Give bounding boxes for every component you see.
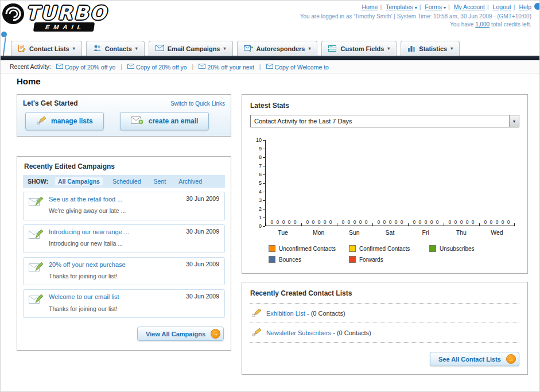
campaign-row: See us at the retail food ... We're givi… bbox=[23, 192, 225, 220]
legend-swatch bbox=[429, 245, 436, 252]
contact-activity-chart: 012345678910 0 0 0 0 00 0 0 0 00 0 0 0 0… bbox=[250, 140, 519, 226]
tab-contact-lists[interactable]: Contact Lists▾ bbox=[11, 41, 82, 56]
legend-item: Unconfirmed Contacts bbox=[269, 245, 349, 252]
nav-link-help[interactable]: Help bbox=[519, 3, 531, 10]
login-info: You are logged in as 'Timothy Smith' | S… bbox=[300, 13, 531, 20]
tab-autoresponders[interactable]: Autoresponders▾ bbox=[237, 41, 318, 56]
bar-value-labels: 0 0 0 0 0 bbox=[372, 219, 408, 225]
contact-list-count: - (0 Contacts) bbox=[307, 310, 345, 317]
stats-title: Latest Stats bbox=[250, 102, 519, 110]
contact-list-link[interactable]: Newsletter Subscribers bbox=[266, 329, 331, 336]
campaign-row: Introducing our new range ... Introducin… bbox=[23, 224, 225, 253]
chevron-down-icon: ▾ bbox=[387, 46, 390, 51]
legend-label: Unsubscribes bbox=[440, 246, 475, 252]
create-email-button[interactable]: create an email bbox=[120, 112, 209, 130]
recent-activity-item[interactable]: 20% off your next bbox=[207, 64, 254, 71]
y-axis-tick: 10 bbox=[256, 137, 265, 143]
campaign-subtitle: We're giving away our late ... bbox=[49, 207, 126, 214]
campaign-edit-icon bbox=[29, 229, 44, 243]
bar-group: 0 0 0 0 0 bbox=[479, 140, 515, 226]
x-axis-label: Sun bbox=[336, 229, 372, 236]
x-axis-label: Tue bbox=[265, 229, 301, 236]
chevron-down-icon: ▾ bbox=[223, 46, 226, 51]
legend-item: Unsubscribes bbox=[429, 245, 510, 252]
top-nav: Home| Templates ▾| Forms ▾| My Account| … bbox=[300, 3, 531, 10]
recent-activity-bar: Recent Activity: Copy of 20% off yo | Co… bbox=[1, 60, 539, 73]
nav-link-templates[interactable]: Templates bbox=[386, 3, 413, 10]
tab-statistics[interactable]: Statistics▾ bbox=[401, 41, 460, 56]
recent-activity-item[interactable]: Copy of 20% off yo bbox=[65, 64, 116, 71]
main-content: Home Let's Get Started Switch to Quick L… bbox=[17, 76, 528, 375]
chevron-down-icon: ▾ bbox=[450, 46, 453, 51]
legend-label: Bounces bbox=[279, 257, 301, 263]
campaign-subtitle: Thanks for joining our list! bbox=[49, 273, 118, 280]
chevron-down-icon: ▼ bbox=[509, 115, 519, 127]
legend-label: Forwards bbox=[359, 257, 383, 263]
nav-link-home[interactable]: Home bbox=[362, 3, 378, 10]
legend-item: Forwards bbox=[349, 256, 429, 263]
credits-value: 1,000 bbox=[475, 21, 490, 28]
y-axis-tick: 4 bbox=[259, 189, 265, 195]
bar-value-labels: 0 0 0 0 0 bbox=[266, 219, 301, 225]
chevron-down-icon: ▾ bbox=[73, 46, 75, 51]
campaign-edit-icon bbox=[29, 262, 44, 275]
y-axis-tick: 2 bbox=[259, 206, 265, 212]
bar-group: 0 0 0 0 0 bbox=[444, 140, 479, 226]
y-axis-tick: 9 bbox=[259, 146, 265, 152]
legend-swatch bbox=[349, 245, 356, 252]
view-all-campaigns-button[interactable]: View All Campaigns → bbox=[137, 327, 224, 341]
chevron-down-icon: ▾ bbox=[415, 5, 417, 10]
recent-activity-item[interactable]: Copy of Welcome to bbox=[275, 64, 329, 71]
nav-link-my-account[interactable]: My Account bbox=[454, 3, 485, 10]
bar-group: 0 0 0 0 0 bbox=[337, 140, 372, 226]
manage-lists-button[interactable]: manage lists bbox=[25, 112, 104, 130]
legend-swatch bbox=[349, 256, 356, 263]
envelope-plus-icon bbox=[131, 115, 144, 127]
bar-value-labels: 0 0 0 0 0 bbox=[337, 219, 372, 225]
contact-lists-title: Recently Created Contact Lists bbox=[250, 289, 519, 297]
tab-email-campaigns[interactable]: Email Campaigns▾ bbox=[149, 41, 233, 56]
email-campaigns-icon bbox=[156, 45, 164, 52]
campaign-link[interactable]: Welcome to our email list bbox=[49, 293, 181, 301]
filter-all-campaigns[interactable]: All Campaigns bbox=[55, 177, 103, 185]
envelope-icon bbox=[199, 63, 205, 70]
x-axis-label: Fri bbox=[408, 229, 444, 236]
contact-list-link[interactable]: Exhibition List bbox=[266, 310, 305, 317]
switch-quick-links-link[interactable]: Switch to Quick Links bbox=[170, 100, 225, 107]
blue-dot-decoration bbox=[1, 32, 7, 37]
statistics-icon bbox=[407, 45, 415, 53]
y-axis-tick: 8 bbox=[259, 154, 265, 161]
y-axis-tick: 5 bbox=[259, 180, 265, 187]
x-axis-label: Sat bbox=[372, 229, 407, 236]
chevron-down-icon: ▾ bbox=[444, 5, 446, 10]
get-started-panel: Let's Get Started Switch to Quick Links … bbox=[17, 94, 231, 137]
recent-activity-item[interactable]: Copy of 20% off yo bbox=[136, 64, 187, 71]
envelope-icon bbox=[56, 63, 63, 70]
campaign-link[interactable]: Introducing our new range ... bbox=[49, 228, 181, 236]
campaign-link[interactable]: 20% off your next purchase bbox=[49, 261, 181, 269]
x-axis-label: Thu bbox=[444, 229, 479, 236]
campaign-link[interactable]: See us at the retail food ... bbox=[49, 195, 181, 204]
logo-subtitle: EMAIL bbox=[33, 22, 95, 32]
tab-custom-fields[interactable]: Custom Fields▾ bbox=[321, 41, 397, 56]
campaign-filter-bar: SHOW: All Campaigns Scheduled Sent Archi… bbox=[23, 175, 225, 188]
stats-period-select[interactable]: Contact Activity for the Last 7 Days ▼ bbox=[250, 115, 519, 127]
campaign-date: 30 Jun 2009 bbox=[186, 195, 219, 202]
recent-activity-label: Recent Activity: bbox=[10, 63, 51, 70]
see-all-contact-lists-button[interactable]: See All Contact Lists → bbox=[430, 352, 519, 366]
nav-link-logout[interactable]: Logout bbox=[493, 3, 511, 10]
bar-value-labels: 0 0 0 0 0 bbox=[301, 219, 337, 225]
contact-list-count: - (0 Contacts) bbox=[333, 329, 371, 336]
y-axis-tick: 0 bbox=[259, 223, 265, 230]
bar-group: 0 0 0 0 0 bbox=[372, 140, 408, 226]
credits-info: You have 1,000 total credits left. bbox=[300, 21, 531, 28]
pencil-icon bbox=[251, 308, 262, 318]
filter-archived[interactable]: Archived bbox=[176, 177, 205, 185]
filter-scheduled[interactable]: Scheduled bbox=[110, 177, 144, 185]
tab-contacts[interactable]: Contacts▾ bbox=[86, 41, 145, 56]
logo-title: TURBO bbox=[26, 2, 108, 24]
y-axis-tick: 7 bbox=[259, 163, 265, 169]
bar-value-labels: 0 0 0 0 0 bbox=[408, 219, 444, 225]
nav-link-forms[interactable]: Forms bbox=[425, 3, 442, 10]
filter-sent[interactable]: Sent bbox=[151, 177, 169, 185]
